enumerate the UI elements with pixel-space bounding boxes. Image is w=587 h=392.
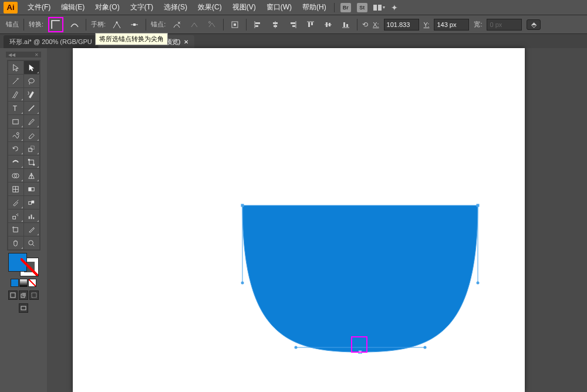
isolate-button[interactable] [228,18,241,31]
svg-rect-59 [22,293,26,296]
sync-icon[interactable]: ⟲ [362,21,368,29]
artboard-tool[interactable] [8,223,23,236]
column-graph-tool[interactable] [24,209,39,222]
draw-behind[interactable] [19,290,28,300]
convert-corner-button[interactable] [48,17,63,32]
symbol-sprayer-tool[interactable] [8,209,23,222]
menu-select[interactable]: 选择(S) [158,0,193,15]
svg-rect-31 [31,146,35,149]
svg-point-48 [18,214,19,215]
shape-builder-tool[interactable] [8,169,23,182]
w-label: 宽: [474,20,482,29]
slice-tool[interactable] [24,223,39,236]
color-mode-solid[interactable] [11,279,19,287]
menu-text[interactable]: 文字(T) [125,0,158,15]
y-input[interactable] [434,19,469,31]
stock-icon[interactable]: St [357,3,367,12]
width-tool[interactable] [8,156,23,168]
arrange-documents-icon[interactable]: ▾ [373,5,385,11]
svg-rect-14 [291,22,295,24]
link-wh-button[interactable]: ⬘ [527,19,541,30]
cut-path-button[interactable] [205,18,218,31]
screen-mode-button[interactable] [19,303,28,313]
direct-selection-tool[interactable] [24,61,39,74]
magic-wand-tool[interactable] [8,75,23,87]
svg-point-55 [29,240,33,245]
document-tab-1[interactable]: 环形.ai* @ 200% (RGB/GPU [4,35,98,48]
align-bottom-button[interactable] [339,18,352,31]
type-tool[interactable]: T [8,102,23,114]
gpu-rocket-icon[interactable]: ✦ [391,3,398,12]
draw-normal[interactable] [8,290,18,300]
brush-icon [27,117,36,126]
scale-icon [27,144,36,153]
shaper-tool[interactable] [8,129,23,141]
rotate-tool[interactable] [8,142,23,155]
lasso-tool[interactable] [24,75,39,87]
convert-smooth-button[interactable] [68,18,81,31]
hide-handles-button[interactable] [128,18,141,31]
remove-anchor-button[interactable] [170,18,183,31]
zoom-tool[interactable] [24,236,39,249]
curvature-icon [27,90,36,99]
align-right-button[interactable] [286,18,299,31]
stroke-swatch[interactable] [20,258,39,276]
svg-rect-65 [241,204,244,207]
menu-window[interactable]: 窗口(W) [261,0,297,15]
paintbrush-tool[interactable] [24,115,39,128]
show-handles-button[interactable] [110,18,123,31]
bridge-icon[interactable]: Br [340,3,351,12]
shaper-icon [11,131,20,140]
free-transform-tool[interactable] [24,156,39,168]
fill-stroke-swatch[interactable] [8,253,39,276]
separator [146,19,146,31]
color-mode-row [11,279,36,287]
color-mode-none[interactable] [28,279,36,287]
blend-tool[interactable] [24,196,39,209]
svg-rect-20 [326,22,328,27]
align-hcenter-icon [271,20,280,29]
eyedropper-tool[interactable] [8,196,23,209]
w-input[interactable] [487,19,522,31]
connect-anchor-button[interactable] [188,18,201,31]
align-left-icon [253,20,262,29]
x-input[interactable] [384,19,419,31]
mesh-tool[interactable] [8,183,23,195]
gradient-tool[interactable] [24,183,39,195]
selection-tool[interactable] [8,61,23,74]
direct-arrow-icon [27,63,36,72]
menu-help[interactable]: 帮助(H) [297,0,332,15]
pen-tool[interactable] [8,88,23,101]
svg-point-47 [18,215,19,216]
svg-rect-15 [292,25,295,27]
canvas-area[interactable] [47,48,587,392]
align-top-button[interactable] [304,18,317,31]
svg-rect-8 [255,22,260,24]
svg-rect-49 [29,216,30,219]
curvature-tool[interactable] [24,88,39,101]
svg-point-29 [16,132,19,134]
menu-edit[interactable]: 编辑(E) [56,0,90,15]
hand-tool[interactable] [8,236,23,249]
menu-object[interactable]: 对象(O) [90,0,124,15]
color-mode-gradient[interactable] [19,279,28,287]
line-tool[interactable] [24,102,39,114]
eraser-icon [27,131,36,140]
svg-rect-52 [14,227,18,232]
align-left-button[interactable] [251,18,264,31]
menu-file[interactable]: 文件(F) [22,0,56,15]
vector-shape[interactable] [47,48,587,392]
close-icon[interactable]: ✕ [184,39,188,45]
draw-inside[interactable] [29,290,39,300]
perspective-tool[interactable] [24,169,39,182]
tools-header[interactable]: ◀◀✕ [6,52,41,58]
scale-tool[interactable] [24,142,39,155]
align-hcenter-button[interactable] [269,18,282,31]
smooth-icon [70,20,79,29]
menu-view[interactable]: 视图(V) [227,0,261,15]
menu-effect[interactable]: 效果(C) [193,0,227,15]
rectangle-tool[interactable] [8,115,23,128]
align-vcenter-button[interactable] [322,18,335,31]
eraser-tool[interactable] [24,129,39,141]
control-bar: 锚点 转换: 手柄: 锚点: ⟲ X: Y: 宽: ⬘ [0,15,587,34]
